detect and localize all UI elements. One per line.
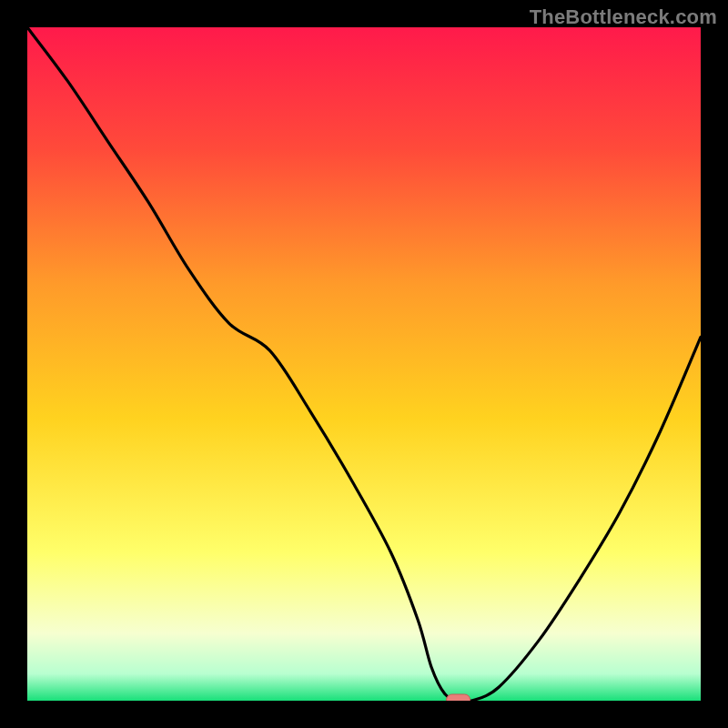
optimal-marker bbox=[447, 694, 470, 701]
chart-stage: TheBottleneck.com bbox=[0, 0, 728, 728]
watermark-text: TheBottleneck.com bbox=[530, 5, 717, 29]
plot-area bbox=[27, 27, 701, 701]
plot-svg bbox=[27, 27, 701, 701]
heatmap-background bbox=[27, 27, 701, 701]
